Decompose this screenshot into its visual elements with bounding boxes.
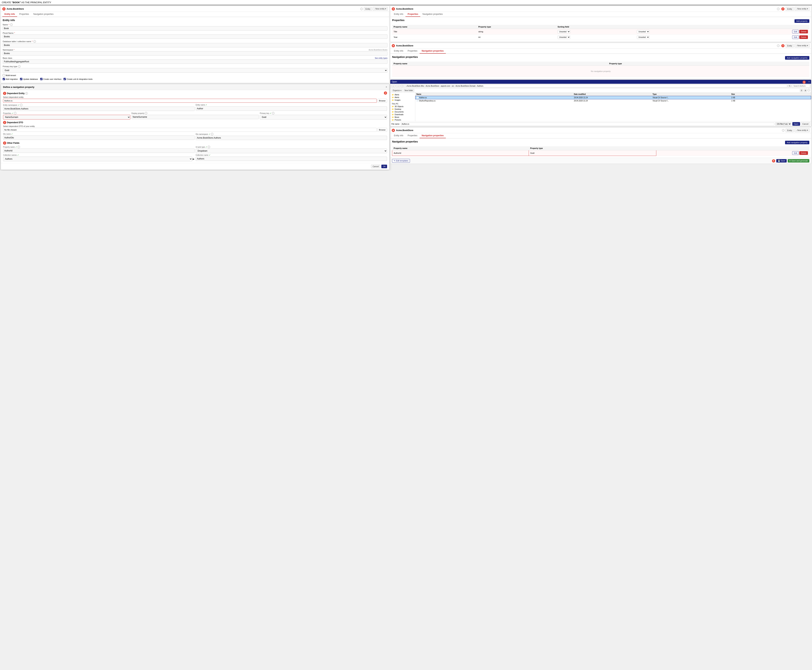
sort2-select-2[interactable]: Unsorted	[637, 36, 650, 39]
delete-authorid-btn[interactable]: Delete	[799, 151, 808, 155]
entity-namespace-input[interactable]	[3, 107, 195, 111]
delete-title-btn[interactable]: Delete	[799, 30, 808, 34]
create-ui-checkbox[interactable]	[40, 78, 42, 80]
dialog-close-icon[interactable]: ×	[386, 86, 387, 88]
dialog-cancel-btn[interactable]: Cancel	[371, 165, 380, 168]
ens-info-icon[interactable]: i	[20, 104, 22, 106]
fb-back-btn[interactable]: ←	[391, 85, 395, 87]
pk-dialog-select[interactable]: Guid	[260, 115, 387, 120]
sort1-select-2[interactable]: Unsorted	[558, 36, 570, 39]
fb-up-btn[interactable]: ↑	[401, 85, 404, 87]
entity-name-input[interactable]	[196, 107, 387, 111]
tab-entity-info-rt[interactable]: Entity info	[392, 12, 406, 17]
fb-view-btn[interactable]: ☰	[800, 89, 803, 92]
pk-info-icon[interactable]: i	[18, 65, 20, 68]
step1-info-icon[interactable]: i	[25, 92, 28, 95]
tree-pictures[interactable]: 📁 Pictures	[391, 118, 414, 121]
tab-nav-props-rt[interactable]: Navigation properties	[420, 12, 445, 17]
tab-entity-info-bot[interactable]: Entity info	[392, 133, 406, 138]
entity-file-input[interactable]	[3, 99, 377, 103]
info-icon-2[interactable]: i	[777, 8, 780, 10]
tree-documents[interactable]: 📁 Documents	[391, 110, 414, 113]
tab-nav-props-mid[interactable]: Navigation properties	[420, 49, 446, 54]
info-icon-3[interactable]: i	[777, 44, 780, 47]
display-property-input[interactable]	[131, 115, 259, 119]
name-input[interactable]	[3, 26, 387, 30]
new-entity-button[interactable]: - New entity ▾	[372, 7, 388, 11]
update-database-checkbox[interactable]	[20, 78, 22, 80]
fb-open-btn[interactable]: Open	[792, 122, 800, 126]
collection-names-select[interactable]: Authors	[3, 157, 192, 161]
add-nav-prop-btn-2[interactable]: Add navigation property	[785, 141, 809, 144]
fb-file-type-select[interactable]: CS File (*.cs)	[775, 122, 791, 126]
multi-tenant-checkbox[interactable]	[3, 74, 5, 76]
add-nav-prop-btn[interactable]: Add navigation property	[785, 56, 809, 60]
ui-pick-info-icon[interactable]: i	[208, 146, 210, 148]
props-info-icon[interactable]: i	[14, 112, 17, 115]
tree-3dobjects[interactable]: 📁 3D Objects	[391, 105, 414, 108]
tab-properties-rt[interactable]: Properties	[406, 12, 420, 17]
disp-info-icon[interactable]: i	[145, 112, 147, 115]
tree-alerts-1[interactable]: 📁 Alerts	[391, 93, 414, 96]
edit-year-btn[interactable]: Edit	[792, 36, 799, 39]
db-info-icon[interactable]: i	[34, 40, 36, 43]
prop-name-input[interactable]	[3, 149, 195, 153]
new-entity-button-4[interactable]: - New entity ▾	[795, 129, 810, 132]
pk-type-select[interactable]: Guid	[3, 68, 387, 73]
sort2-select[interactable]: Unsorted	[637, 30, 650, 34]
entity-button-4[interactable]: Entity	[786, 129, 794, 132]
fb-cancel-btn[interactable]: Cancel	[801, 122, 810, 126]
entity-button-3[interactable]: Entity	[786, 44, 794, 47]
pn-info-icon[interactable]: i	[17, 146, 20, 148]
ui-pick-select[interactable]: Dropdown	[196, 149, 387, 153]
new-entity-button-3[interactable]: - New entity ▾	[795, 44, 810, 47]
add-property-btn[interactable]: Add property	[795, 19, 809, 23]
file-item-author[interactable]: 📄Author.cs 29.04.2020 21:24 Visual C# So…	[415, 96, 811, 99]
tab-properties-mid[interactable]: Properties	[406, 49, 420, 54]
save-generate-btn[interactable]: ⬇ Save and generate	[788, 159, 809, 162]
collection-name-input[interactable]	[196, 157, 387, 161]
fb-refresh-btn[interactable]: ↻	[788, 85, 792, 87]
fb-close-icon[interactable]: ×	[809, 81, 810, 83]
tree-desktop[interactable]: 📁 Desktop	[391, 108, 414, 110]
sort1-select[interactable]: Unsorted	[558, 30, 570, 34]
fb-new-folder-btn[interactable]: New folder	[403, 89, 414, 92]
pk-dialog-info-icon[interactable]: i	[272, 112, 274, 115]
tab-entity-info[interactable]: Entity info	[2, 12, 17, 17]
tree-music[interactable]: 📁 Music	[391, 116, 414, 118]
add-migration-checkbox[interactable]	[3, 78, 5, 80]
dto-ns-info-icon[interactable]: i	[211, 133, 213, 135]
fb-view2-btn[interactable]: ⊞	[804, 89, 807, 92]
entity-button-2[interactable]: Entity	[786, 7, 794, 11]
namespace-input[interactable]	[3, 51, 387, 56]
dto-browse-btn[interactable]: Browse	[377, 128, 387, 132]
edit-authorid-btn[interactable]: Edit	[792, 151, 799, 155]
tree-images[interactable]: 📁 Images	[391, 99, 414, 102]
delete-year-btn[interactable]: Delete	[799, 36, 808, 39]
dto-ns-input[interactable]	[196, 136, 387, 140]
fb-forward-btn[interactable]: →	[396, 85, 400, 87]
dto-name-input[interactable]	[3, 135, 195, 140]
tab-properties-bot[interactable]: Properties	[406, 133, 420, 138]
fb-search-input[interactable]	[792, 85, 810, 88]
db-table-input[interactable]	[3, 43, 387, 47]
fb-info-icon[interactable]: i	[807, 89, 810, 91]
edit-title-btn[interactable]: Edit	[792, 30, 799, 34]
create-tests-checkbox[interactable]	[64, 78, 66, 80]
tab-properties-left[interactable]: Properties	[17, 12, 31, 17]
info-icon-4[interactable]: i	[782, 129, 785, 132]
tab-nav-props-bot[interactable]: Navigation properties	[420, 133, 446, 138]
entity-button[interactable]: Entity	[364, 7, 372, 11]
name-info-icon[interactable]: i	[10, 24, 13, 26]
info-icon[interactable]: i	[360, 8, 363, 10]
tree-alerts-2[interactable]: 📁 Alerts	[391, 96, 414, 99]
see-entity-types-link[interactable]: See entity types	[375, 57, 387, 59]
tree-downloads[interactable]: 📁 Downloads	[391, 113, 414, 116]
tab-nav-props-left[interactable]: Navigation properties	[31, 12, 56, 17]
dto-file-input[interactable]	[3, 128, 377, 132]
edit-templates-btn[interactable]: ✎ Edit templates	[392, 159, 410, 163]
fb-organize-btn[interactable]: Organize ▾	[391, 89, 403, 92]
tab-entity-info-mid[interactable]: Entity info	[392, 49, 406, 54]
fb-file-name-input[interactable]	[401, 122, 774, 125]
base-class-input[interactable]	[3, 59, 387, 64]
